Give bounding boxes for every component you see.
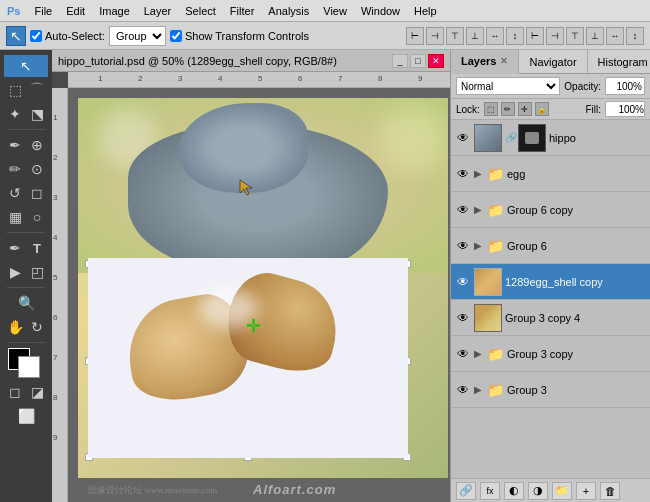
tool-history-brush[interactable]: ↺ <box>5 182 25 204</box>
tool-lasso[interactable]: ⌒ <box>27 79 47 101</box>
tool-standard-mode[interactable]: ◻ <box>5 381 25 403</box>
layer-item-group3copy[interactable]: 👁 ▶ 📁 Group 3 copy <box>451 336 650 372</box>
lock-position-btn[interactable]: ✛ <box>518 102 532 116</box>
layer-thumb-hippo <box>474 124 502 152</box>
menu-select[interactable]: Select <box>178 3 223 19</box>
ps-logo[interactable]: Ps <box>0 3 27 19</box>
tool-text[interactable]: T <box>27 237 47 259</box>
tool-dodge[interactable]: ○ <box>27 206 47 228</box>
layer-eye-1289[interactable]: 👁 <box>455 274 471 290</box>
lock-pixels-btn[interactable]: ✏ <box>501 102 515 116</box>
tool-rotate[interactable]: ↻ <box>27 316 47 338</box>
auto-select-checkbox[interactable] <box>30 30 42 42</box>
opacity-label: Opacity: <box>564 81 601 92</box>
folder-icon-group6copy: 📁 <box>487 202 504 218</box>
layer-eye-hippo[interactable]: 👁 <box>455 130 471 146</box>
layer-item-group3copy4[interactable]: 👁 Group 3 copy 4 <box>451 300 650 336</box>
tool-eraser[interactable]: ◻ <box>27 182 47 204</box>
tool-path-select[interactable]: ▶ <box>5 261 25 283</box>
layer-item-1289egg-shell-copy[interactable]: 👁 1289egg_shell copy <box>451 264 650 300</box>
layer-adjustment-btn[interactable]: ◑ <box>528 482 548 500</box>
color-swatch[interactable] <box>8 348 44 378</box>
layer-eye-group6copy[interactable]: 👁 <box>455 202 471 218</box>
layer-item-group3[interactable]: 👁 ▶ 📁 Group 3 <box>451 372 650 408</box>
layer-item-egg[interactable]: 👁 ▶ 📁 egg <box>451 156 650 192</box>
menu-window[interactable]: Window <box>354 3 407 19</box>
layer-eye-group6[interactable]: 👁 <box>455 238 471 254</box>
layer-new-btn[interactable]: + <box>576 482 596 500</box>
tab-layers-close[interactable]: ✕ <box>500 56 508 66</box>
tool-gradient[interactable]: ▦ <box>5 206 25 228</box>
tool-crop[interactable]: ⬔ <box>27 103 47 125</box>
align-bottom-btn[interactable]: ↕ <box>506 27 524 45</box>
folder-icon-group3copy: 📁 <box>487 346 504 362</box>
lock-all-btn[interactable]: 🔒 <box>535 102 549 116</box>
layer-name-group6: Group 6 <box>507 240 646 252</box>
ruler-horizontal: 1 2 3 4 5 6 7 8 9 <box>68 72 450 88</box>
tab-navigator[interactable]: Navigator <box>519 50 587 73</box>
menu-help[interactable]: Help <box>407 3 444 19</box>
menu-bar: Ps File Edit Image Layer Select Filter A… <box>0 0 650 22</box>
tool-rect-marquee[interactable]: ⬚ <box>5 79 25 101</box>
fill-input[interactable] <box>605 101 645 117</box>
lock-transparent-btn[interactable]: ⬚ <box>484 102 498 116</box>
tool-stamp[interactable]: ⊙ <box>27 158 47 180</box>
layer-name-1289: 1289egg_shell copy <box>505 276 646 288</box>
layer-group-btn[interactable]: 📁 <box>552 482 572 500</box>
blend-mode-dropdown[interactable]: Normal Multiply Screen <box>456 77 560 95</box>
menu-layer[interactable]: Layer <box>137 3 179 19</box>
tool-screen-mode[interactable]: ⬜ <box>4 405 48 427</box>
align-center-h-btn[interactable]: ⊣ <box>426 27 444 45</box>
canvas-close-button[interactable]: ✕ <box>428 54 444 68</box>
menu-view[interactable]: View <box>316 3 354 19</box>
tool-move[interactable]: ↖ <box>4 55 48 77</box>
layer-eye-group3copy4[interactable]: 👁 <box>455 310 471 326</box>
menu-filter[interactable]: Filter <box>223 3 261 19</box>
tool-brush[interactable]: ✏ <box>5 158 25 180</box>
distribute-center-btn[interactable]: ⊣ <box>546 27 564 45</box>
tab-layers[interactable]: Layers ✕ <box>451 50 519 74</box>
distribute-right-btn[interactable]: ⊤ <box>566 27 584 45</box>
distribute-left-btn[interactable]: ⊢ <box>526 27 544 45</box>
canvas-minimize-button[interactable]: _ <box>392 54 408 68</box>
layer-mask-btn[interactable]: ◐ <box>504 482 524 500</box>
layer-fx-btn[interactable]: fx <box>480 482 500 500</box>
auto-select-type-dropdown[interactable]: Group Layer <box>109 26 166 46</box>
tool-quick-mask[interactable]: ◪ <box>27 381 47 403</box>
menu-analysis[interactable]: Analysis <box>261 3 316 19</box>
tool-hand[interactable]: ✋ <box>5 316 25 338</box>
lock-row: Lock: ⬚ ✏ ✛ 🔒 Fill: <box>451 99 650 120</box>
layer-eye-egg[interactable]: 👁 <box>455 166 471 182</box>
align-left-btn[interactable]: ⊢ <box>406 27 424 45</box>
layer-eye-group3copy[interactable]: 👁 <box>455 346 471 362</box>
move-tool-button[interactable]: ↖ <box>6 26 26 46</box>
tool-magic-wand[interactable]: ✦ <box>5 103 25 125</box>
layer-item-group6copy[interactable]: 👁 ▶ 📁 Group 6 copy <box>451 192 650 228</box>
layer-link-btn[interactable]: 🔗 <box>456 482 476 500</box>
layers-list: 👁 🔗 hippo 👁 ▶ 📁 egg <box>451 120 650 478</box>
menu-edit[interactable]: Edit <box>59 3 92 19</box>
tool-healer[interactable]: ⊕ <box>27 134 47 156</box>
distribute-bottom-btn[interactable]: ↕ <box>626 27 644 45</box>
layer-item-hippo[interactable]: 👁 🔗 hippo <box>451 120 650 156</box>
align-middle-v-btn[interactable]: ↔ <box>486 27 504 45</box>
distribute-top-btn[interactable]: ⊥ <box>586 27 604 45</box>
opacity-input[interactable] <box>605 77 645 95</box>
tool-divider-4 <box>7 342 45 343</box>
distribute-middle-btn[interactable]: ↔ <box>606 27 624 45</box>
canvas-maximize-button[interactable]: □ <box>410 54 426 68</box>
align-top-btn[interactable]: ⊥ <box>466 27 484 45</box>
layer-delete-btn[interactable]: 🗑 <box>600 482 620 500</box>
tool-pen[interactable]: ✒ <box>5 237 25 259</box>
show-transform-checkbox[interactable] <box>170 30 182 42</box>
menu-file[interactable]: File <box>27 3 59 19</box>
layer-item-group6[interactable]: 👁 ▶ 📁 Group 6 <box>451 228 650 264</box>
tab-histogram[interactable]: Histogram <box>588 50 650 73</box>
tool-shape[interactable]: ◰ <box>27 261 47 283</box>
background-color[interactable] <box>18 356 40 378</box>
tool-zoom[interactable]: 🔍 <box>4 292 48 314</box>
menu-image[interactable]: Image <box>92 3 137 19</box>
layer-eye-group3[interactable]: 👁 <box>455 382 471 398</box>
tool-eyedropper[interactable]: ✒ <box>5 134 25 156</box>
align-right-btn[interactable]: ⊤ <box>446 27 464 45</box>
